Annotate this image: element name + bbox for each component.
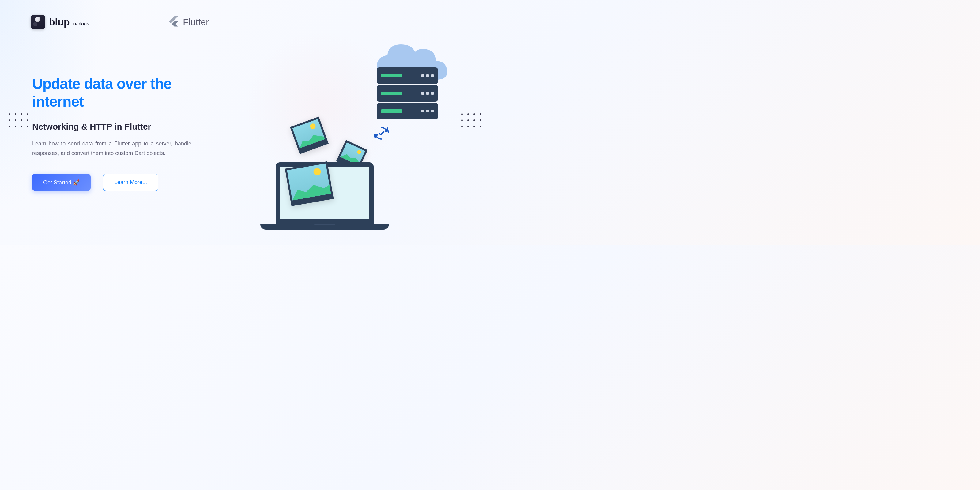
cta-buttons: Get Started 🚀 Learn More...: [32, 173, 216, 191]
hero-content: Update data over the internet Networking…: [32, 75, 216, 191]
blup-logo-icon: [30, 15, 45, 29]
page-subtitle: Networking & HTTP in Flutter: [32, 122, 216, 132]
page-description: Learn how to send data from a Flutter ap…: [32, 139, 191, 158]
logo-text: blup .in/blogs: [49, 16, 89, 28]
decorative-dots-left: [9, 113, 29, 127]
hero-illustration: [236, 30, 450, 230]
learn-more-button[interactable]: Learn More...: [103, 173, 158, 191]
page-title: Update data over the internet: [32, 75, 216, 110]
photo-icon: [285, 161, 334, 206]
header: blup .in/blogs Flutter: [30, 15, 209, 29]
logo-path: .in/blogs: [71, 21, 89, 27]
platform-name: Flutter: [183, 17, 209, 27]
decorative-dots-right: [461, 113, 481, 127]
photo-icon: [290, 117, 329, 154]
get-started-button[interactable]: Get Started 🚀: [32, 173, 91, 191]
platform-tag: Flutter: [169, 16, 209, 28]
flutter-icon: [169, 16, 178, 28]
sync-icon: [374, 126, 389, 141]
logo[interactable]: blup .in/blogs: [30, 15, 89, 29]
logo-brand: blup: [49, 16, 70, 28]
server-stack-icon: [377, 67, 438, 119]
